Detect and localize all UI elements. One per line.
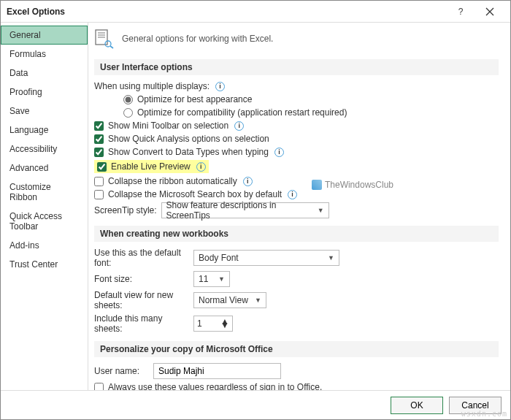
sidebar-item-advanced[interactable]: Advanced	[1, 159, 88, 177]
info-icon[interactable]: i	[234, 121, 244, 131]
screentip-label: ScreenTip style:	[94, 205, 157, 215]
info-icon[interactable]: i	[274, 148, 284, 157]
username-label: User name:	[94, 366, 149, 376]
info-icon[interactable]: i	[243, 177, 253, 186]
sheets-stepper[interactable]: 1 ▲▼	[193, 316, 233, 332]
sidebar-item-formulas[interactable]: Formulas	[1, 45, 88, 64]
check-show-convert-label: Show Convert to Data Types when typing	[108, 147, 269, 157]
radio-optimize-best-label: Optimize for best appearance	[137, 94, 252, 104]
default-font-select[interactable]: Body Font▼	[193, 250, 339, 266]
username-field[interactable]	[153, 363, 281, 379]
twc-icon	[312, 180, 322, 190]
check-collapse-ribbon-label: Collapse the ribbon automatically	[108, 176, 237, 186]
sidebar-item-customize-ribbon[interactable]: Customize Ribbon	[1, 177, 88, 207]
sidebar-item-data[interactable]: Data	[1, 64, 88, 83]
info-icon[interactable]: i	[196, 162, 206, 172]
check-enable-live[interactable]	[97, 162, 107, 172]
ok-button[interactable]: OK	[391, 397, 443, 414]
sidebar: General Formulas Data Proofing Save Lang…	[1, 23, 88, 390]
enable-live-preview-highlight: Enable Live Preview i	[94, 160, 209, 173]
screentip-select[interactable]: Show feature descriptions in ScreenTips▼	[161, 202, 329, 218]
check-always-use-label: Always use these values regardless of si…	[108, 382, 322, 390]
section-ui-title: User Interface options	[94, 59, 499, 75]
check-collapse-ribbon[interactable]	[94, 177, 104, 186]
check-show-quick[interactable]	[94, 134, 104, 144]
sidebar-item-addins[interactable]: Add-ins	[1, 236, 88, 255]
window-title: Excel Options	[7, 7, 446, 17]
watermark-thewindowsclub: TheWindowsClub	[312, 180, 393, 190]
page-header: General options for working with Excel.	[94, 28, 499, 49]
sidebar-item-accessibility[interactable]: Accessibility	[1, 140, 88, 159]
sidebar-item-quick-access-toolbar[interactable]: Quick Access Toolbar	[1, 207, 88, 236]
sidebar-item-general[interactable]: General	[1, 26, 88, 45]
info-icon[interactable]: i	[215, 82, 225, 91]
radio-optimize-compat[interactable]	[123, 108, 133, 118]
font-size-label: Font size:	[94, 274, 189, 284]
check-always-use[interactable]	[94, 383, 104, 391]
check-show-convert[interactable]	[94, 148, 104, 157]
font-size-select[interactable]: 11▼	[193, 271, 230, 287]
info-icon[interactable]: i	[288, 190, 297, 199]
general-icon	[94, 28, 115, 49]
dialog-footer: OK Cancel	[1, 390, 510, 419]
section-newwb-title: When creating new workbooks	[94, 226, 499, 242]
check-enable-live-label: Enable Live Preview	[111, 161, 191, 172]
sidebar-item-proofing[interactable]: Proofing	[1, 83, 88, 102]
check-collapse-search-label: Collapse the Microsoft Search box by def…	[108, 189, 282, 199]
svg-line-5	[110, 46, 113, 48]
radio-optimize-compat-label: Optimize for compatibility (application …	[137, 107, 347, 118]
default-font-label: Use this as the default font:	[94, 248, 189, 268]
section-personalize-title: Personalize your copy of Microsoft Offic…	[94, 341, 499, 357]
close-button[interactable]	[475, 1, 504, 22]
check-show-quick-label: Show Quick Analysis options on selection	[108, 134, 269, 144]
default-view-select[interactable]: Normal View▼	[193, 292, 266, 308]
close-icon	[485, 7, 494, 16]
sidebar-item-language[interactable]: Language	[1, 121, 88, 140]
main-area: General Formulas Data Proofing Save Lang…	[1, 23, 510, 390]
sidebar-item-trust-center[interactable]: Trust Center	[1, 255, 88, 274]
chevron-down-icon: ▼	[328, 254, 334, 261]
chevron-down-icon: ▼	[318, 207, 324, 214]
default-view-label: Default view for new sheets:	[94, 290, 189, 310]
check-collapse-search[interactable]	[94, 190, 104, 199]
site-watermark: wsxdn.com	[461, 410, 507, 418]
multi-displays-label: When using multiple displays:i	[94, 81, 499, 91]
check-show-mini[interactable]	[94, 121, 104, 131]
spinner-icon: ▲▼	[220, 320, 229, 327]
check-show-mini-label: Show Mini Toolbar on selection	[108, 121, 228, 131]
chevron-down-icon: ▼	[218, 275, 225, 283]
help-button[interactable]: ?	[446, 1, 475, 22]
radio-optimize-best[interactable]	[123, 95, 133, 104]
title-bar: Excel Options ?	[1, 1, 510, 23]
svg-point-4	[105, 41, 111, 47]
content-panel: General options for working with Excel. …	[88, 23, 510, 390]
sidebar-item-save[interactable]: Save	[1, 102, 88, 121]
sheets-label: Include this many sheets:	[94, 313, 189, 334]
chevron-down-icon: ▼	[255, 297, 261, 304]
page-title: General options for working with Excel.	[122, 34, 273, 44]
